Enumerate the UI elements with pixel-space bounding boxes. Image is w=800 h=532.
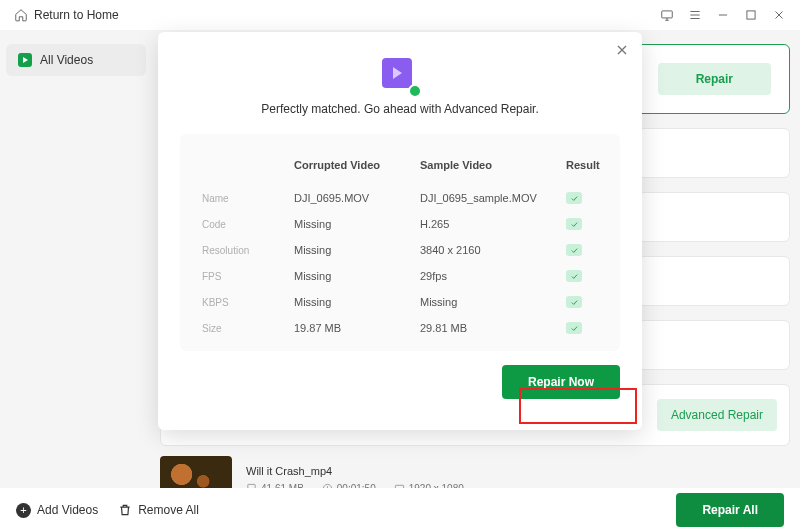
cell-corrupted: Missing: [294, 218, 414, 230]
cell-sample: 29fps: [420, 270, 560, 282]
remove-all-button[interactable]: Remove All: [118, 503, 199, 517]
sidebar-item-all-videos[interactable]: All Videos: [6, 44, 146, 76]
table-row: CodeMissingH.265: [202, 211, 598, 237]
check-icon: [566, 270, 582, 282]
cell-corrupted: Missing: [294, 296, 414, 308]
add-videos-button[interactable]: + Add Videos: [16, 503, 98, 518]
check-badge-icon: [408, 84, 422, 98]
modal-message: Perfectly matched. Go ahead with Advance…: [180, 102, 620, 116]
cell-result: [566, 270, 606, 282]
minimize-icon[interactable]: [716, 8, 730, 22]
menu-icon[interactable]: [688, 8, 702, 22]
bottom-toolbar: + Add Videos Remove All Repair All: [0, 488, 800, 532]
row-label: Name: [202, 193, 288, 204]
row-label: FPS: [202, 271, 288, 282]
table-row: ResolutionMissing3840 x 2160: [202, 237, 598, 263]
sidebar: All Videos: [6, 44, 146, 76]
advanced-repair-modal: Perfectly matched. Go ahead with Advance…: [158, 32, 642, 430]
column-header-sample: Sample Video: [420, 159, 560, 171]
cell-sample: Missing: [420, 296, 560, 308]
topbar: Return to Home: [0, 0, 800, 30]
sidebar-item-label: All Videos: [40, 53, 93, 67]
close-icon[interactable]: [772, 8, 786, 22]
check-icon: [566, 218, 582, 230]
cell-result: [566, 244, 606, 256]
cell-sample: H.265: [420, 218, 560, 230]
cell-result: [566, 218, 606, 230]
row-label: Resolution: [202, 245, 288, 256]
repair-button[interactable]: Repair: [658, 63, 771, 95]
row-label: KBPS: [202, 297, 288, 308]
video-title: Will it Crash_mp4: [246, 465, 464, 477]
video-file-icon: [382, 58, 412, 88]
cell-corrupted: 19.87 MB: [294, 322, 414, 334]
check-icon: [566, 192, 582, 204]
home-icon: [14, 8, 28, 22]
cell-result: [566, 192, 606, 204]
comparison-table: Corrupted Video Sample Video Result Name…: [180, 134, 620, 351]
table-row: FPSMissing29fps: [202, 263, 598, 289]
table-row: Size19.87 MB29.81 MB: [202, 315, 598, 341]
advanced-repair-button[interactable]: Advanced Repair: [657, 399, 777, 431]
feedback-icon[interactable]: [660, 8, 674, 22]
maximize-icon[interactable]: [744, 8, 758, 22]
column-header-result: Result: [566, 159, 606, 171]
cell-sample: 29.81 MB: [420, 322, 560, 334]
cell-sample: DJI_0695_sample.MOV: [420, 192, 560, 204]
row-label: Code: [202, 219, 288, 230]
table-row: KBPSMissingMissing: [202, 289, 598, 315]
modal-close-button[interactable]: [614, 42, 630, 58]
cell-result: [566, 296, 606, 308]
cell-corrupted: Missing: [294, 270, 414, 282]
column-header-corrupted: Corrupted Video: [294, 159, 414, 171]
modal-icon: [382, 58, 418, 94]
svg-rect-0: [662, 11, 673, 18]
check-icon: [566, 296, 582, 308]
cell-corrupted: DJI_0695.MOV: [294, 192, 414, 204]
plus-icon: +: [16, 503, 31, 518]
table-header-row: Corrupted Video Sample Video Result: [202, 152, 598, 185]
window-controls: [660, 8, 786, 22]
repair-all-button[interactable]: Repair All: [676, 493, 784, 527]
check-icon: [566, 322, 582, 334]
cell-sample: 3840 x 2160: [420, 244, 560, 256]
return-home-link[interactable]: Return to Home: [14, 8, 119, 22]
row-label: Size: [202, 323, 288, 334]
check-icon: [566, 244, 582, 256]
return-home-label: Return to Home: [34, 8, 119, 22]
cell-result: [566, 322, 606, 334]
play-icon: [18, 53, 32, 67]
repair-now-button[interactable]: Repair Now: [502, 365, 620, 399]
table-row: NameDJI_0695.MOVDJI_0695_sample.MOV: [202, 185, 598, 211]
svg-rect-1: [747, 11, 755, 19]
trash-icon: [118, 503, 132, 517]
cell-corrupted: Missing: [294, 244, 414, 256]
